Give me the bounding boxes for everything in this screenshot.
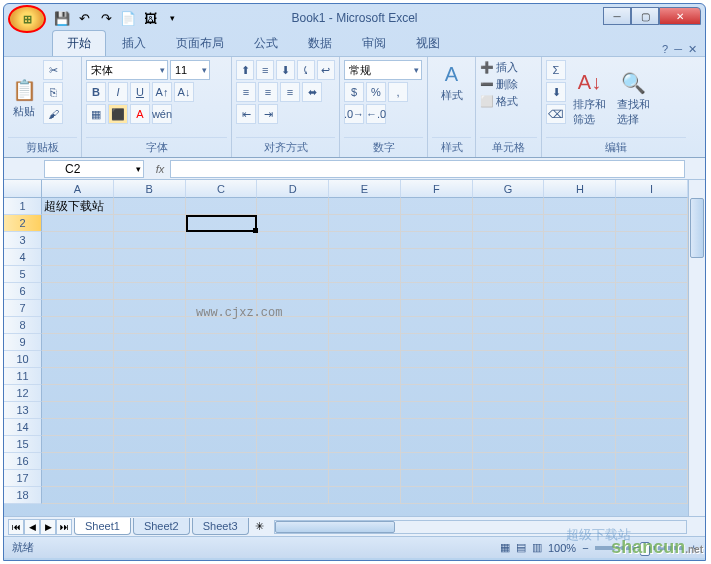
cell-D6[interactable] xyxy=(257,283,329,300)
copy-button[interactable]: ⎘ xyxy=(43,82,63,102)
cell-C6[interactable] xyxy=(186,283,258,300)
cell-B16[interactable] xyxy=(114,453,186,470)
last-sheet-button[interactable]: ⏭ xyxy=(56,519,72,535)
format-painter-button[interactable]: 🖌 xyxy=(43,104,63,124)
ribbon-tab-2[interactable]: 页面布局 xyxy=(162,31,238,56)
view-layout-icon[interactable]: ▤ xyxy=(516,541,526,554)
cell-E17[interactable] xyxy=(329,470,401,487)
cell-I7[interactable] xyxy=(616,300,688,317)
cell-B5[interactable] xyxy=(114,266,186,283)
row-header[interactable]: 4 xyxy=(4,249,42,266)
comma-button[interactable]: , xyxy=(388,82,408,102)
cell-I3[interactable] xyxy=(616,232,688,249)
cell-C5[interactable] xyxy=(186,266,258,283)
insert-cells-button[interactable]: ➕插入 xyxy=(480,60,537,75)
align-right-button[interactable]: ≡ xyxy=(280,82,300,102)
sheet-tab[interactable]: Sheet2 xyxy=(133,518,190,535)
italic-button[interactable]: I xyxy=(108,82,128,102)
row-header[interactable]: 14 xyxy=(4,419,42,436)
font-color-button[interactable]: A xyxy=(130,104,150,124)
cell-H3[interactable] xyxy=(544,232,616,249)
cell-D3[interactable] xyxy=(257,232,329,249)
sort-filter-button[interactable]: A↓ 排序和 筛选 xyxy=(569,60,610,137)
phonetic-button[interactable]: wén xyxy=(152,104,172,124)
cell-H11[interactable] xyxy=(544,368,616,385)
cell-E16[interactable] xyxy=(329,453,401,470)
number-format-combo[interactable]: 常规 xyxy=(344,60,422,80)
cell-B1[interactable] xyxy=(114,198,186,215)
paste-button[interactable]: 📋 粘贴 xyxy=(8,60,40,137)
close-button[interactable]: ✕ xyxy=(659,7,701,25)
cell-D9[interactable] xyxy=(257,334,329,351)
cell-H17[interactable] xyxy=(544,470,616,487)
row-header[interactable]: 15 xyxy=(4,436,42,453)
row-header[interactable]: 17 xyxy=(4,470,42,487)
format-cells-button[interactable]: ⬜格式 xyxy=(480,94,537,109)
cell-C3[interactable] xyxy=(186,232,258,249)
cell-I8[interactable] xyxy=(616,317,688,334)
cell-F1[interactable] xyxy=(401,198,473,215)
row-header[interactable]: 18 xyxy=(4,487,42,504)
office-button[interactable]: ⊞ xyxy=(8,5,46,33)
align-bottom-button[interactable]: ⬇ xyxy=(276,60,294,80)
cell-F12[interactable] xyxy=(401,385,473,402)
cell-E9[interactable] xyxy=(329,334,401,351)
cell-C14[interactable] xyxy=(186,419,258,436)
cell-G4[interactable] xyxy=(473,249,545,266)
row-header[interactable]: 1 xyxy=(4,198,42,215)
merge-button[interactable]: ⬌ xyxy=(302,82,322,102)
cell-D15[interactable] xyxy=(257,436,329,453)
cell-A12[interactable] xyxy=(42,385,114,402)
row-header[interactable]: 13 xyxy=(4,402,42,419)
minimize-button[interactable]: ─ xyxy=(603,7,631,25)
orientation-button[interactable]: ⤹ xyxy=(297,60,315,80)
cell-I6[interactable] xyxy=(616,283,688,300)
cell-C10[interactable] xyxy=(186,351,258,368)
cell-G7[interactable] xyxy=(473,300,545,317)
cell-E12[interactable] xyxy=(329,385,401,402)
increase-decimal-button[interactable]: .0→ xyxy=(344,104,364,124)
cell-F10[interactable] xyxy=(401,351,473,368)
cell-F15[interactable] xyxy=(401,436,473,453)
cell-I15[interactable] xyxy=(616,436,688,453)
cell-A7[interactable] xyxy=(42,300,114,317)
cell-B15[interactable] xyxy=(114,436,186,453)
cell-B14[interactable] xyxy=(114,419,186,436)
cell-A13[interactable] xyxy=(42,402,114,419)
save-icon[interactable]: 💾 xyxy=(54,10,70,26)
row-header[interactable]: 8 xyxy=(4,317,42,334)
cell-C17[interactable] xyxy=(186,470,258,487)
grow-font-button[interactable]: A↑ xyxy=(152,82,172,102)
vertical-scrollbar[interactable] xyxy=(688,180,705,516)
cell-F8[interactable] xyxy=(401,317,473,334)
cell-D16[interactable] xyxy=(257,453,329,470)
cell-H13[interactable] xyxy=(544,402,616,419)
cell-E8[interactable] xyxy=(329,317,401,334)
align-middle-button[interactable]: ≡ xyxy=(256,60,274,80)
cell-I17[interactable] xyxy=(616,470,688,487)
cell-I4[interactable] xyxy=(616,249,688,266)
cell-B13[interactable] xyxy=(114,402,186,419)
align-left-button[interactable]: ≡ xyxy=(236,82,256,102)
cell-G16[interactable] xyxy=(473,453,545,470)
cell-D12[interactable] xyxy=(257,385,329,402)
cell-B7[interactable] xyxy=(114,300,186,317)
cell-E3[interactable] xyxy=(329,232,401,249)
qat-dropdown-icon[interactable]: ▾ xyxy=(164,10,180,26)
cell-A1[interactable]: 超级下载站 xyxy=(42,198,114,215)
cell-B12[interactable] xyxy=(114,385,186,402)
cell-G14[interactable] xyxy=(473,419,545,436)
cell-E7[interactable] xyxy=(329,300,401,317)
ribbon-minimize-icon[interactable]: ─ xyxy=(674,43,682,56)
help-icon[interactable]: ? xyxy=(662,43,668,56)
cell-G6[interactable] xyxy=(473,283,545,300)
shrink-font-button[interactable]: A↓ xyxy=(174,82,194,102)
cell-H8[interactable] xyxy=(544,317,616,334)
cell-C1[interactable] xyxy=(186,198,258,215)
cell-G17[interactable] xyxy=(473,470,545,487)
row-header[interactable]: 9 xyxy=(4,334,42,351)
cell-I18[interactable] xyxy=(616,487,688,504)
cell-A17[interactable] xyxy=(42,470,114,487)
cell-C16[interactable] xyxy=(186,453,258,470)
cell-B2[interactable] xyxy=(114,215,186,232)
